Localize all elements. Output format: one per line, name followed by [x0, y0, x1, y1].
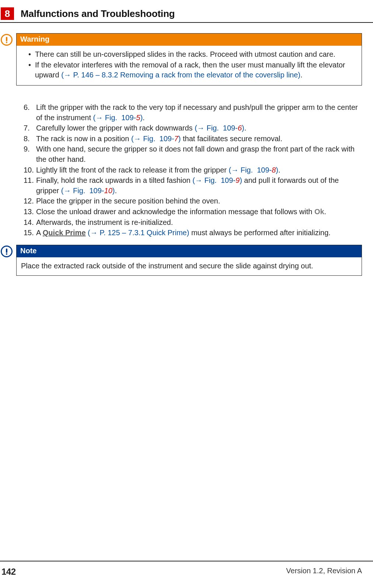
step-text: Close the unload drawer and acknowledge … [36, 207, 362, 217]
step-number: 6. [24, 102, 36, 123]
note-callout: Note Place the extracted rack outside of… [1, 245, 362, 276]
xref-link[interactable]: → Fig. 109- [63, 187, 104, 195]
step-number: 11. [24, 175, 36, 196]
note-body: Place the extracted rack outside of the … [17, 257, 362, 275]
step-text: Finally, hold the rack upwards in a tilt… [36, 175, 362, 196]
step-item: 12. Place the gripper in the secure posi… [24, 196, 362, 206]
step-text: A Quick Prime (→ P. 125 – 7.3.1 Quick Pr… [36, 228, 362, 238]
page-number: 142 [1, 567, 16, 577]
step-item: 11. Finally, hold the rack upwards in a … [24, 175, 362, 196]
xref-link[interactable]: → Fig. 109- [95, 114, 136, 122]
figure-number: 10 [104, 187, 112, 195]
quick-prime-term: Quick Prime [43, 229, 86, 237]
figure-number: 7 [174, 135, 178, 143]
step-item: 9. With one hand, secure the gripper so … [24, 144, 362, 164]
figure-number: 8 [272, 166, 276, 174]
step-item: 14. Afterwards, the instrument is re-ini… [24, 218, 362, 228]
step-item: 15. A Quick Prime (→ P. 125 – 7.3.1 Quic… [24, 228, 362, 238]
xref-close: ) [276, 166, 278, 174]
step-text: With one hand, secure the gripper so it … [36, 144, 362, 164]
step-number: 8. [24, 134, 36, 144]
step-number: 7. [24, 123, 36, 133]
chapter-number-badge: 8 [1, 7, 14, 20]
warning-bullet: There can still be un-coverslipped slide… [28, 49, 357, 59]
warning-icon [1, 34, 13, 46]
xref-open: ( [61, 71, 64, 79]
xref-link[interactable]: → Fig. 109- [195, 176, 236, 184]
step-number: 9. [24, 144, 36, 164]
version-label: Version 1.2, Revision A [286, 567, 362, 577]
xref-close: ) [240, 176, 242, 184]
step-text: Afterwards, the instrument is re-initial… [36, 218, 362, 228]
step-text: Carefully lower the gripper with rack do… [36, 123, 362, 133]
ui-label: Ok [314, 208, 324, 216]
step-number: 10. [24, 165, 36, 175]
warning-callout: Warning There can still be un-coverslipp… [1, 33, 362, 86]
step-item: 10. Lightly lift the front of the rack t… [24, 165, 362, 175]
xref-link[interactable]: → Fig. 109- [231, 166, 272, 174]
warning-title: Warning [17, 34, 362, 46]
xref-open: ( [88, 229, 90, 237]
note-title: Note [17, 245, 362, 257]
warning-box: Warning There can still be un-coverslipp… [16, 33, 362, 86]
xref-open: ( [131, 135, 134, 143]
warning-text: There can still be un-coverslipped slide… [35, 50, 335, 58]
step-text: Lift the gripper with the rack to the ve… [36, 102, 362, 123]
step-item: 8. The rack is now in a position (→ Fig.… [24, 134, 362, 144]
chapter-title: Malfunctions and Troubleshooting [21, 7, 175, 20]
note-box: Note Place the extracted rack outside of… [16, 245, 362, 276]
step-number: 12. [24, 196, 36, 206]
figure-number: 5 [136, 114, 140, 122]
xref-open: ( [192, 176, 195, 184]
figure-number: 6 [238, 124, 242, 132]
xref-open: ( [195, 124, 197, 132]
step-text: Place the gripper in the secure position… [36, 196, 362, 206]
xref-close: ) [242, 124, 244, 132]
steps-list: 6. Lift the gripper with the rack to the… [24, 102, 362, 238]
step-number: 14. [24, 218, 36, 228]
page-footer: 142 Version 1.2, Revision A [0, 561, 373, 577]
figure-number: 9 [236, 176, 240, 184]
step-item: 6. Lift the gripper with the rack to the… [24, 102, 362, 123]
warning-body: There can still be un-coverslipped slide… [17, 46, 362, 85]
page-header: 8 Malfunctions and Troubleshooting [0, 7, 373, 23]
step-item: 13. Close the unload drawer and acknowle… [24, 207, 362, 217]
step-text: The rack is now in a position (→ Fig. 10… [36, 134, 362, 144]
step-number: 13. [24, 207, 36, 217]
step-number: 15. [24, 228, 36, 238]
step-text: Lightly lift the front of the rack to re… [36, 165, 362, 175]
xref-link[interactable]: → P. 125 – 7.3.1 Quick Prime [90, 229, 187, 237]
note-icon [1, 246, 13, 257]
warning-bullet: If the elevator interferes with the remo… [28, 60, 357, 80]
warning-text: . [300, 71, 303, 79]
xref-link[interactable]: → Fig. 109- [134, 135, 174, 143]
xref-link[interactable]: → P. 146 – 8.3.2 Removing a rack from th… [64, 71, 298, 79]
step-item: 7. Carefully lower the gripper with rack… [24, 123, 362, 133]
xref-link[interactable]: → Fig. 109- [197, 124, 238, 132]
